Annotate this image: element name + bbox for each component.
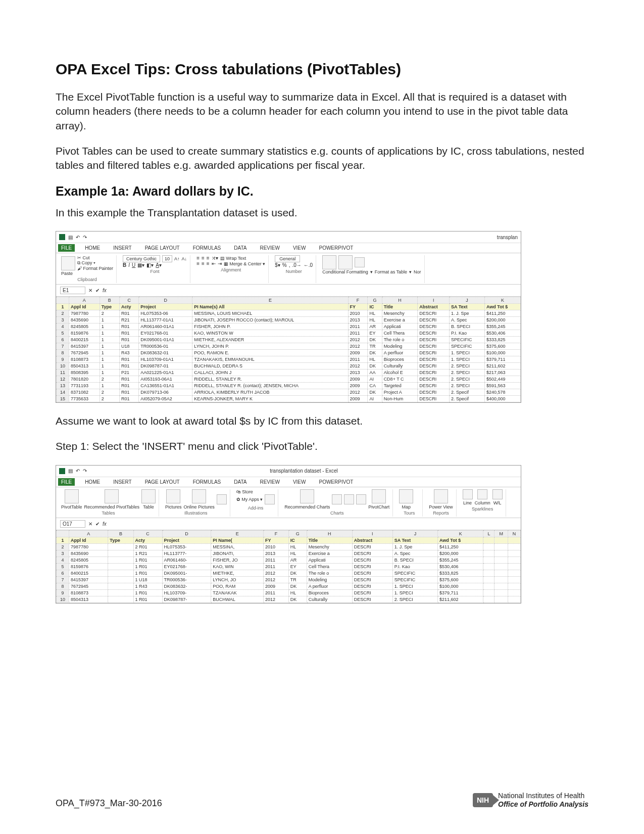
col-header[interactable]: B (108, 530, 133, 537)
cell[interactable]: DESCRI (418, 396, 450, 402)
ribbon-tab-formulas[interactable]: FORMULAS (190, 478, 224, 486)
cell[interactable]: EY (288, 563, 307, 570)
fx-icon[interactable]: fx (103, 288, 107, 293)
row-number[interactable]: 3 (57, 550, 69, 557)
cell[interactable]: RIDDELL, STANLEY R. (contact); JENSEN, M… (192, 383, 348, 389)
cell[interactable]: 8108873 (69, 356, 100, 363)
cell[interactable]: 8400215 (69, 570, 108, 576)
cell[interactable]: BUCHWALD, DEDRA S (192, 363, 348, 369)
cell[interactable]: 2011 (348, 323, 368, 330)
cell[interactable]: A perfluor (307, 583, 352, 589)
col-header[interactable]: B (100, 297, 119, 304)
cell[interactable]: DESCRI (418, 317, 450, 323)
cell[interactable]: Applicati (382, 323, 418, 330)
cell[interactable]: 8371082 (69, 389, 100, 396)
ribbon-tab-home[interactable]: HOME (82, 244, 103, 252)
italic-icon[interactable]: I (128, 262, 130, 268)
cell[interactable]: B. SPECI (450, 323, 485, 330)
cell[interactable]: 1 (100, 337, 119, 343)
cell[interactable]: 1 R01 (133, 563, 162, 570)
cell[interactable]: 1 R01 (133, 589, 162, 596)
cell[interactable]: LYNCH, JO (211, 576, 264, 583)
row-number[interactable]: 4 (57, 323, 69, 330)
underline-icon[interactable]: U (132, 262, 135, 268)
cell[interactable]: $200,000 (437, 550, 483, 557)
cell[interactable]: DESCRI (418, 343, 450, 350)
ribbon-tab-powerpivot[interactable]: POWERPIVOT (316, 478, 356, 486)
cell[interactable]: $211,602 (437, 596, 483, 603)
cell[interactable] (508, 543, 521, 550)
cell[interactable]: 7987780 (69, 310, 100, 317)
cell[interactable]: 7731193 (69, 383, 100, 389)
table-row[interactable]: 1577356332R01AI052079-05A2KEARNS-JONKER,… (57, 396, 521, 402)
cell[interactable]: 1 R01 (133, 596, 162, 603)
cell[interactable]: TR000536- (162, 576, 211, 583)
map-icon[interactable] (399, 489, 413, 503)
cell[interactable]: DESCRI (418, 310, 450, 317)
ribbon-tab-page-layout[interactable]: PAGE LAYOUT (142, 244, 183, 252)
cell[interactable]: A. Spec (392, 550, 437, 557)
cell[interactable]: JIBONATI, (211, 550, 264, 557)
cell[interactable]: 2 (100, 389, 119, 396)
cell[interactable]: MESSINA, (211, 543, 264, 550)
cell[interactable]: DESCRI (418, 356, 450, 363)
cell[interactable]: 1 U18 (133, 576, 162, 583)
cell[interactable]: 1 (100, 369, 119, 376)
cell[interactable]: 1. SPECI (392, 583, 437, 589)
row-number[interactable]: 10 (57, 363, 69, 369)
font-color-icon[interactable]: A▾ (156, 262, 162, 268)
cell[interactable]: 8159876 (69, 330, 100, 337)
pivotchart-icon[interactable] (372, 489, 386, 503)
cell[interactable]: 2009 (348, 350, 368, 356)
name-box[interactable]: E1 (60, 287, 85, 294)
cancel-icon[interactable]: ✕ (88, 521, 92, 527)
cell[interactable]: TR (368, 343, 382, 350)
cell[interactable]: 2012 (348, 389, 368, 396)
cell[interactable]: 2012 (348, 363, 368, 369)
col-header[interactable]: E (192, 297, 348, 304)
cell[interactable]: SPECIFIC (392, 576, 437, 583)
decrease-decimal-icon[interactable]: ←.0 (304, 262, 313, 268)
row-number[interactable]: 8 (57, 350, 69, 356)
cell[interactable]: MIETHKE, (211, 570, 264, 576)
cell[interactable]: Applicati (307, 557, 352, 563)
cell[interactable]: DK098787-01 (139, 363, 192, 369)
chart-pie-icon[interactable] (356, 494, 366, 504)
cell[interactable]: 2009 (264, 583, 289, 589)
cell[interactable]: SPECIFIC (450, 337, 485, 343)
col-header[interactable]: A (69, 297, 100, 304)
cell[interactable]: 8245805 (69, 557, 108, 563)
cell[interactable]: Cell Thera (382, 330, 418, 337)
cell[interactable]: $411,250 (485, 310, 521, 317)
spreadsheet-grid-2[interactable]: ABCDEFGHIJKLMN 1Appl IdTypeActyProjectPI… (56, 530, 521, 603)
table-row[interactable]: 876729451R43DK083632-01POO, RAMON E.2009… (57, 350, 521, 356)
cell[interactable]: RIDDELL, STANLEY R. (192, 376, 348, 383)
cell[interactable]: The role o (382, 337, 418, 343)
ribbon-tab-home[interactable]: HOME (82, 478, 103, 486)
table-row[interactable]: 684002151 R01DK095001-MIETHKE,2012DKThe … (57, 570, 521, 576)
undo-icon[interactable]: ↶ (76, 235, 80, 240)
cell[interactable] (483, 596, 494, 603)
cell[interactable]: 2012 (264, 596, 289, 603)
cell[interactable] (483, 570, 494, 576)
cell[interactable]: HL (288, 543, 307, 550)
comma-icon[interactable]: , (289, 262, 290, 268)
cell[interactable]: Cell Thera (307, 563, 352, 570)
cell[interactable]: 2009 (348, 396, 368, 402)
cell[interactable] (508, 583, 521, 589)
chart-line-icon[interactable] (344, 494, 354, 504)
cell[interactable]: DESCRI (418, 337, 450, 343)
cell[interactable]: R01 (120, 337, 139, 343)
cell[interactable]: Culturally (382, 363, 418, 369)
row-number[interactable]: 15 (57, 396, 69, 402)
cell[interactable]: 1 (100, 323, 119, 330)
cell[interactable]: Alcohol E (382, 369, 418, 376)
cell[interactable]: DESCRI (418, 330, 450, 337)
format-painter-icon[interactable]: 🖌 (77, 266, 82, 271)
cell[interactable]: DK (368, 350, 382, 356)
cell[interactable]: 1. SPECI (450, 350, 485, 356)
cell[interactable]: DK079713-06 (139, 389, 192, 396)
col-header[interactable]: C (133, 530, 162, 537)
cell[interactable] (508, 596, 521, 603)
cell[interactable]: P21 (120, 369, 139, 376)
